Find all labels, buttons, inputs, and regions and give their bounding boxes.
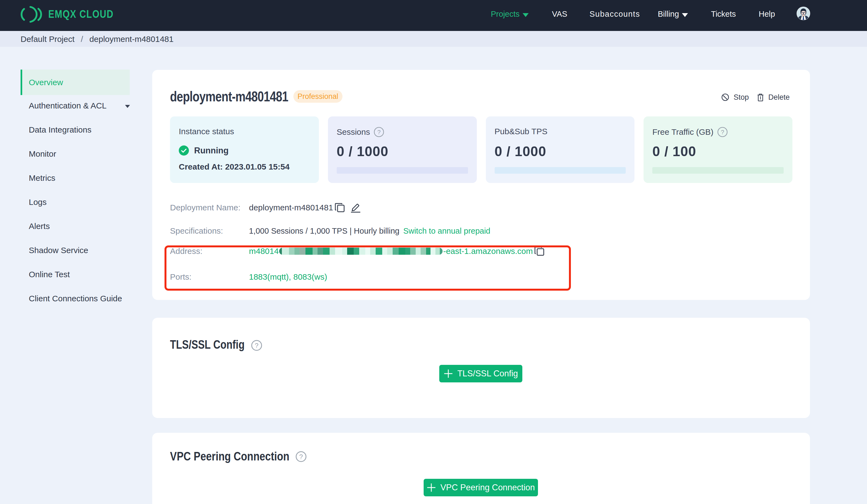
svg-text:?: ? [377,129,381,135]
svg-text:?: ? [255,342,258,349]
svg-text:?: ? [299,453,303,460]
svg-text:?: ? [721,129,724,135]
